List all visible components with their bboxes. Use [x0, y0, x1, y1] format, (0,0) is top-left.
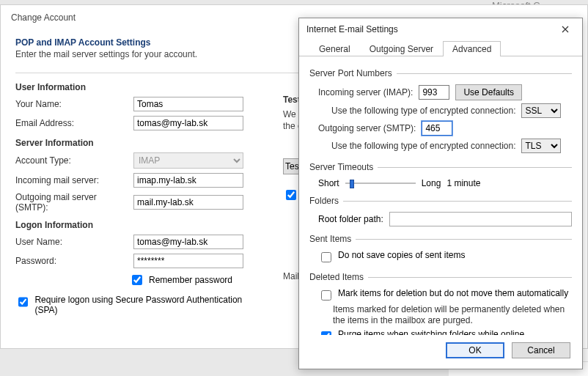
incoming-encryption-select[interactable]: SSL: [521, 103, 561, 118]
folders-group: Folders Root folder path:: [309, 196, 572, 229]
password-field[interactable]: [133, 254, 243, 268]
do-not-save-sent-label: Do not save copies of sent items: [338, 250, 465, 260]
mark-for-deletion-label: Mark items for deletion but do not move …: [338, 288, 568, 298]
root-folder-field[interactable]: [389, 212, 572, 226]
ok-button[interactable]: OK: [446, 342, 504, 358]
timeout-long-label: Long: [422, 178, 441, 188]
mark-for-deletion-checkbox[interactable]: [321, 290, 331, 301]
server-timeouts-group: Server Timeouts Short Long 1 minute: [309, 162, 572, 191]
username-label: User Name:: [15, 237, 129, 247]
remember-password-checkbox[interactable]: [132, 275, 142, 285]
server-port-numbers-group: Server Port Numbers Incoming server (IMA…: [309, 68, 572, 158]
folders-legend: Folders: [309, 196, 343, 206]
deleted-items-legend: Deleted Items: [309, 272, 368, 282]
deleted-items-group: Deleted Items Mark items for deletion bu…: [309, 272, 572, 335]
username-field[interactable]: [133, 235, 243, 249]
account-type-label: Account Type:: [15, 155, 129, 166]
outgoing-encryption-label: Use the following type of encrypted conn…: [331, 141, 515, 151]
do-not-save-sent-checkbox[interactable]: [321, 252, 331, 262]
tab-bar: General Outgoing Server Advanced: [299, 40, 582, 56]
close-icon[interactable]: [554, 21, 576, 37]
password-label: Password:: [15, 256, 129, 266]
timeout-short-label: Short: [318, 178, 339, 188]
server-port-numbers-legend: Server Port Numbers: [309, 68, 397, 78]
timeout-value: 1 minute: [446, 178, 480, 188]
incoming-server-field[interactable]: [133, 173, 243, 188]
sent-items-legend: Sent Items: [309, 234, 356, 244]
tab-advanced[interactable]: Advanced: [443, 41, 501, 56]
purge-on-switch-label: Purge items when switching folders while…: [338, 329, 524, 335]
incoming-port-label: Incoming server (IMAP):: [318, 87, 413, 97]
outgoing-server-field[interactable]: [133, 195, 243, 210]
timeout-slider[interactable]: [345, 178, 416, 188]
outgoing-server-label: Outgoing mail server (SMTP):: [15, 192, 129, 213]
incoming-encryption-label: Use the following type of encrypted conn…: [331, 106, 515, 116]
your-name-label: Your Name:: [15, 99, 129, 109]
dialog-title: Internet E-mail Settings: [306, 24, 398, 34]
use-defaults-button[interactable]: Use Defaults: [455, 84, 522, 100]
cancel-button[interactable]: Cancel: [512, 342, 570, 358]
server-timeouts-legend: Server Timeouts: [309, 162, 378, 172]
outgoing-encryption-select[interactable]: TLS: [521, 139, 561, 153]
root-folder-label: Root folder path:: [318, 214, 383, 224]
spa-checkbox[interactable]: [18, 297, 28, 307]
your-name-field[interactable]: [133, 97, 243, 111]
spa-label: Require logon using Secure Password Auth…: [34, 295, 257, 315]
remember-password-label: Remember password: [149, 275, 232, 285]
incoming-server-label: Incoming mail server:: [15, 175, 129, 185]
email-label: Email Address:: [15, 118, 129, 128]
mark-for-deletion-note: Items marked for deletion will be perman…: [333, 304, 572, 326]
outgoing-port-label: Outgoing server (SMTP):: [318, 123, 416, 133]
account-type-select: IMAP: [133, 152, 243, 169]
outgoing-port-field[interactable]: [422, 121, 452, 136]
email-field[interactable]: [133, 116, 243, 130]
incoming-port-field[interactable]: [419, 85, 449, 100]
sent-items-group: Sent Items Do not save copies of sent it…: [309, 234, 572, 268]
email-settings-dialog: Internet E-mail Settings General Outgoin…: [298, 18, 583, 369]
tab-general[interactable]: General: [309, 41, 360, 56]
auto-test-checkbox[interactable]: [286, 190, 296, 200]
tab-outgoing-server[interactable]: Outgoing Server: [360, 41, 443, 56]
